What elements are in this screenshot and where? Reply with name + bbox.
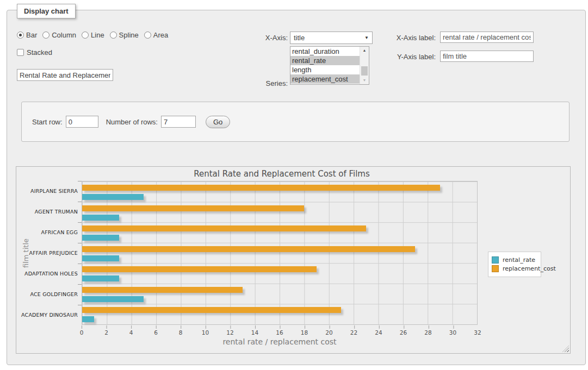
legend-label: rental_rate (503, 256, 535, 264)
start-row-input[interactable] (66, 116, 98, 128)
x-tick-label: 30 (449, 329, 456, 336)
y-axis-labels: AIRPLANE SIERRAAGENT TRUMANAFRICAN EGGAF… (30, 181, 81, 325)
chart-type-radio-bar[interactable]: Bar (17, 31, 37, 39)
bar-rental_rate (82, 235, 119, 241)
bar-group (82, 222, 477, 243)
stacked-label: Stacked (27, 48, 52, 57)
x-tick-label: 10 (202, 329, 209, 336)
chart-title: Rental Rate and Replacement Cost of Film… (16, 169, 570, 179)
series-option-rental_duration[interactable]: rental_duration (290, 47, 360, 56)
chart-type-radio-area[interactable]: Area (144, 31, 168, 39)
display-chart-panel: Display chart BarColumnLineSplineArea St… (7, 10, 586, 365)
x-tick-label: 18 (301, 329, 308, 336)
x-tick-label: 14 (251, 329, 258, 336)
radio-circle-icon (82, 32, 89, 39)
bar-group (82, 243, 477, 264)
radio-circle-icon (42, 32, 49, 39)
x-tick-label: 8 (179, 329, 183, 336)
series-scrollbar[interactable]: ▲ ▼ (360, 47, 369, 84)
bar-replacement_cost (82, 266, 317, 272)
panel-legend: Display chart (17, 4, 76, 18)
stacked-checkbox[interactable] (17, 49, 24, 56)
y-axis-tick-marks (78, 181, 82, 325)
num-rows-input[interactable] (161, 116, 196, 128)
radio-circle-icon (17, 32, 24, 39)
x-tick-label: 26 (400, 329, 407, 336)
radio-circle-icon (144, 32, 151, 39)
scrollbar-thumb[interactable] (361, 66, 368, 76)
x-tick-label: 28 (424, 329, 431, 336)
chart-type-radio-column[interactable]: Column (42, 31, 76, 39)
go-button[interactable]: Go (206, 116, 230, 128)
x-tick-label: 32 (474, 329, 481, 336)
bar-group (82, 304, 477, 324)
y-tick-label: ACADEMY DINOSAUR (30, 304, 81, 325)
scroll-down-icon[interactable]: ▼ (360, 77, 369, 84)
series-option-rental_rate[interactable]: rental_rate (290, 56, 360, 65)
legend-swatch-icon (492, 265, 499, 272)
series-option-length[interactable]: length (290, 65, 360, 74)
bar-rental_rate (82, 215, 119, 221)
x-tick-label: 24 (375, 329, 382, 336)
bar-replacement_cost (82, 205, 304, 211)
series-option-replacement_cost[interactable]: replacement_cost (290, 74, 360, 84)
scroll-up-icon[interactable]: ▲ (360, 47, 369, 54)
y-axis-label-input[interactable] (440, 51, 534, 62)
x-axis-tick-marks (82, 325, 478, 329)
x-axis-label-label: X-Axis label: (388, 34, 436, 42)
bar-replacement_cost (82, 307, 341, 313)
row-range-box: Start row: Number of rows: Go (21, 102, 570, 142)
dropdown-arrow-icon: ▼ (364, 35, 369, 40)
bar-rental_rate (82, 255, 119, 261)
bar-replacement_cost (82, 225, 366, 231)
resize-handle-icon[interactable] (562, 346, 569, 352)
series-select-label: Series: (240, 79, 288, 87)
y-tick-label: ACE GOLDFINGER (30, 284, 81, 304)
bar-group (82, 202, 477, 223)
x-tick-label: 20 (325, 329, 332, 336)
bar-group (82, 284, 477, 304)
x-tick-label: 16 (276, 329, 283, 336)
bar-replacement_cost (82, 287, 243, 293)
bar-rental_rate (82, 275, 119, 281)
bar-rental_rate (82, 194, 144, 200)
x-tick-label: 22 (350, 329, 357, 336)
legend-label: replacement_cost (503, 265, 556, 272)
x-tick-label: 2 (104, 329, 108, 336)
bar-rental_rate (82, 316, 94, 322)
legend-swatch-icon (492, 256, 499, 264)
y-tick-label: AIRPLANE SIERRA (30, 181, 81, 202)
x-axis-title: rental rate / replacement cost (82, 337, 478, 346)
series-listbox[interactable]: rental_durationrental_ratelengthreplacem… (290, 46, 369, 85)
bar-replacement_cost (82, 185, 440, 191)
legend-entry-rental_rate: rental_rate (492, 256, 537, 264)
chart-title-input[interactable] (17, 69, 113, 81)
x-tick-label: 6 (154, 329, 158, 336)
x-axis-selected-value: title (294, 34, 305, 42)
plot-area (82, 181, 478, 325)
radio-circle-icon (110, 32, 117, 39)
y-tick-label: ADAPTATION HOLES (30, 263, 81, 284)
x-tick-label: 0 (80, 329, 84, 336)
start-row-label: Start row: (32, 118, 63, 126)
y-tick-label: AFRICAN EGG (30, 222, 81, 243)
x-axis-select[interactable]: title ▼ (290, 32, 373, 44)
bar-group (82, 263, 477, 284)
chart-type-radios: BarColumnLineSplineArea (17, 31, 168, 39)
x-axis-label-input[interactable] (440, 32, 534, 43)
num-rows-label: Number of rows: (106, 118, 158, 126)
chart-container: Rental Rate and Replacement Cost of Film… (16, 166, 571, 354)
x-tick-label: 12 (226, 329, 233, 336)
chart-type-radio-line[interactable]: Line (82, 31, 104, 39)
chart-type-radio-spline[interactable]: Spline (110, 31, 139, 39)
chart-legend: rental_ratereplacement_cost (488, 252, 541, 277)
x-axis-select-label: X-Axis: (240, 34, 288, 42)
bar-group (82, 181, 477, 202)
y-axis-label-label: Y-Axis label: (388, 53, 436, 61)
y-tick-label: AGENT TRUMAN (30, 202, 81, 222)
series-options: rental_durationrental_ratelengthreplacem… (290, 47, 360, 84)
bar-replacement_cost (82, 246, 415, 252)
x-tick-label: 4 (129, 329, 133, 336)
stacked-checkbox-row[interactable]: Stacked (17, 48, 52, 57)
bar-rental_rate (82, 296, 144, 302)
